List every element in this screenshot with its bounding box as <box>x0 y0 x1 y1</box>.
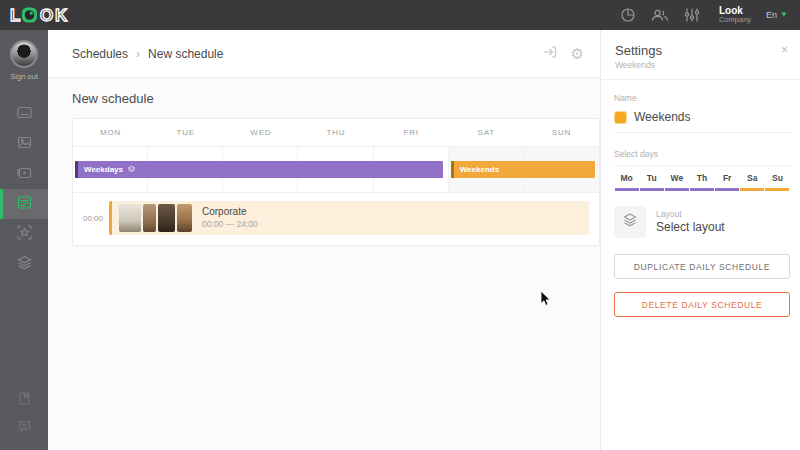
day-header-sat: SAT <box>449 128 524 137</box>
sidebar-item-images[interactable] <box>0 129 48 159</box>
day-header-sun: SUN <box>524 128 599 137</box>
layout-box[interactable] <box>614 206 646 238</box>
weekdays-band[interactable]: Weekdays <box>75 161 443 178</box>
sidebar-item-displays[interactable] <box>0 99 48 129</box>
topbar: L O K Look Company <box>0 0 800 30</box>
day-toggle-tu[interactable]: Tu <box>639 166 664 191</box>
thumbnail-1 <box>119 204 141 232</box>
book-icon <box>17 391 32 410</box>
day-selector: Mo Tu We Th Fr Sa Su <box>614 165 790 191</box>
schedule-item-title: Corporate <box>202 206 258 219</box>
thumbnail-4 <box>177 204 192 232</box>
breadcrumb: Schedules › New schedule ⚙ <box>48 30 600 78</box>
day-header-tue: TUE <box>148 128 223 137</box>
settings-panel: Settings Weekends × Name Weekends Select… <box>600 30 800 450</box>
sidebar-item-widgets[interactable] <box>0 219 48 249</box>
schedule-calendar-card: MON TUE WED THU FRI SAT SUN <box>72 118 600 246</box>
svg-text:O: O <box>40 6 53 25</box>
settings-subtitle: Weekends <box>615 60 788 70</box>
main-area: Schedules › New schedule ⚙ New schedule … <box>48 30 600 450</box>
sign-out-control[interactable]: Sign out <box>10 40 38 81</box>
layout-mini-icon <box>127 165 136 174</box>
name-field-label: Name <box>614 93 790 103</box>
weekends-band-label: Weekends <box>460 165 499 174</box>
sidebar: Sign out <box>0 30 48 450</box>
account-switcher[interactable]: Look Company <box>719 6 751 24</box>
look-logo-icon: L O K <box>10 4 74 26</box>
images-icon <box>16 134 33 155</box>
color-swatch[interactable] <box>615 112 626 123</box>
page-title: New schedule <box>72 91 576 106</box>
name-input[interactable]: Weekends <box>614 103 790 133</box>
svg-text:K: K <box>55 6 68 25</box>
delete-daily-schedule-button[interactable]: DELETE DAILY SCHEDULE <box>614 292 790 317</box>
day-toggle-mo[interactable]: Mo <box>614 166 639 191</box>
avatar[interactable] <box>10 40 38 68</box>
day-header-fri: FRI <box>374 128 449 137</box>
daily-schedule-row: 00:00 Corporate 00:00 — 24:00 <box>73 193 599 245</box>
day-toggle-th[interactable]: Th <box>689 166 714 191</box>
layers-icon <box>621 211 639 233</box>
day-toggle-su[interactable]: Su <box>765 166 790 191</box>
language-selector[interactable]: En ▼ <box>766 10 788 20</box>
day-toggle-sa[interactable]: Sa <box>740 166 765 191</box>
playlist-thumbnails <box>119 204 192 232</box>
chat-icon <box>17 419 32 438</box>
breadcrumb-separator: › <box>136 47 140 61</box>
company-sub: Company <box>719 16 751 24</box>
sidebar-item-schedules[interactable] <box>0 189 48 219</box>
duplicate-daily-schedule-button[interactable]: DUPLICATE DAILY SCHEDULE <box>614 254 790 279</box>
language-label: En <box>766 10 777 20</box>
export-icon[interactable] <box>542 44 558 64</box>
calendar-band-row: Weekdays Weekends <box>73 147 599 193</box>
look-logo[interactable]: L O K <box>10 4 74 26</box>
sidebar-item-feedback[interactable] <box>0 414 48 442</box>
thumbnail-3 <box>158 204 175 232</box>
svg-text:L: L <box>10 6 20 25</box>
settings-title: Settings <box>615 43 788 58</box>
sidebar-item-videos[interactable] <box>0 159 48 189</box>
breadcrumb-current: New schedule <box>148 47 223 61</box>
layout-label: Layout <box>656 209 725 220</box>
day-header-wed: WED <box>223 128 298 137</box>
weekends-band[interactable]: Weekends <box>451 161 595 178</box>
day-toggle-we[interactable]: We <box>664 166 689 191</box>
schedule-start-time: 00:00 <box>81 214 109 223</box>
videos-icon <box>16 164 33 185</box>
schedules-icon <box>16 194 33 215</box>
calendar-day-headers: MON TUE WED THU FRI SAT SUN <box>73 119 599 147</box>
name-value: Weekends <box>634 110 690 124</box>
day-header-mon: MON <box>73 128 148 137</box>
layers-icon <box>16 254 33 275</box>
day-header-thu: THU <box>298 128 373 137</box>
layout-selector[interactable]: Layout Select layout <box>614 206 790 238</box>
day-toggle-fr[interactable]: Fr <box>715 166 740 191</box>
gear-icon[interactable]: ⚙ <box>571 46 584 61</box>
select-days-label: Select days <box>614 149 790 159</box>
display-icon <box>16 104 33 125</box>
sign-out-label: Sign out <box>10 72 38 81</box>
breadcrumb-schedules[interactable]: Schedules <box>72 47 128 61</box>
sliders-icon[interactable] <box>684 7 700 23</box>
mouse-cursor <box>540 291 551 311</box>
close-icon[interactable]: × <box>781 44 788 56</box>
stats-icon[interactable] <box>620 7 636 23</box>
chevron-down-icon: ▼ <box>780 11 788 19</box>
schedule-item-range: 00:00 — 24:00 <box>202 219 258 230</box>
thumbnail-2 <box>143 204 156 232</box>
sidebar-item-documentation[interactable] <box>0 386 48 414</box>
widgets-icon <box>16 224 33 245</box>
users-icon[interactable] <box>651 7 669 23</box>
layout-value: Select layout <box>656 220 725 236</box>
schedule-item-corporate[interactable]: Corporate 00:00 — 24:00 <box>109 201 589 235</box>
weekdays-band-label: Weekdays <box>84 165 123 174</box>
sidebar-item-layers[interactable] <box>0 249 48 279</box>
